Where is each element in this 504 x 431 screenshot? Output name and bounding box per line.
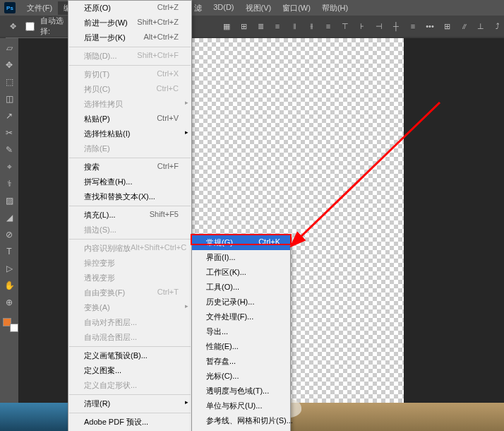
menu-item-label: 工作区(K)... <box>206 267 246 278</box>
menu-item[interactable]: 搜索Ctrl+F <box>68 160 191 175</box>
menu-separator <box>69 65 191 66</box>
menu-item[interactable]: 暂存盘... <box>192 354 290 369</box>
menubar-item[interactable]: 帮助(H) <box>316 1 354 15</box>
menu-item-label: 清理(R) <box>84 398 110 409</box>
tool-button[interactable]: ◫ <box>2 92 16 106</box>
menu-item-label: 填充(L)... <box>84 210 116 220</box>
menu-item-shortcut: Ctrl+X <box>157 69 179 80</box>
menu-item[interactable]: 还原(O)Ctrl+Z <box>68 1 191 16</box>
tool-button[interactable]: ✎ <box>2 143 16 157</box>
menu-item-shortcut: Ctrl+V <box>157 114 179 124</box>
menu-item[interactable]: 拼写检查(H)... <box>68 175 191 189</box>
menu-item: 透视变形 <box>68 271 191 285</box>
menu-item-label: 暂存盘... <box>206 356 236 367</box>
menu-item[interactable]: 定义图案... <box>68 363 191 378</box>
toolbar-icon[interactable]: ≡ <box>322 20 335 33</box>
tool-button[interactable]: ⬚ <box>2 75 16 89</box>
menu-item[interactable]: 前进一步(W)Shift+Ctrl+Z <box>68 16 191 30</box>
menu-item[interactable]: 选择性粘贴(I) <box>68 126 191 141</box>
menu-separator <box>69 158 191 158</box>
menu-item: 描边(S)... <box>68 223 191 237</box>
menu-item[interactable]: Adobe PDF 预设... <box>68 415 191 430</box>
menu-item[interactable]: 清理(R) <box>68 396 191 411</box>
tool-button[interactable]: ↗ <box>2 109 16 123</box>
toolbar-icon[interactable]: ┼ <box>390 20 402 33</box>
tool-button[interactable]: ⊘ <box>2 228 16 242</box>
toolbar-icon[interactable]: ≡ <box>271 20 284 33</box>
toolbar-icon[interactable]: ⊞ <box>440 20 453 33</box>
menu-item[interactable]: 历史记录(H)... <box>192 295 290 309</box>
toolbar-icon[interactable]: ⊦ <box>356 20 368 33</box>
menu-item[interactable]: 填充(L)...Shift+F5 <box>68 208 191 223</box>
tool-button[interactable]: ✋ <box>2 278 16 293</box>
tool-button[interactable]: ▨ <box>2 194 16 208</box>
menu-item-label: 变换(A) <box>84 302 110 313</box>
menu-item[interactable]: 增效工具(P)... <box>192 428 290 431</box>
menu-item-shortcut: Ctrl+F <box>157 162 179 172</box>
menu-item-label: 选择性粘贴(I) <box>84 129 130 139</box>
tool-button[interactable]: ✥ <box>2 58 16 72</box>
color-swatch[interactable] <box>3 318 16 328</box>
tool-button[interactable]: ⚕ <box>2 177 16 191</box>
menu-item: 变换(A) <box>68 300 191 315</box>
toolbar-icon[interactable]: ⊤ <box>339 20 352 33</box>
menu-separator <box>69 206 191 206</box>
toolbar-icon[interactable]: ••• <box>424 20 436 33</box>
menu-item[interactable]: 粘贴(P)Ctrl+V <box>68 112 191 126</box>
menubar-item[interactable]: 文件(F) <box>21 1 58 15</box>
menu-item[interactable]: 光标(C)... <box>192 369 290 384</box>
menu-item[interactable]: 常规(G)...Ctrl+K <box>192 235 290 250</box>
menu-item-label: 剪切(T) <box>84 69 109 80</box>
menu-item-label: 粘贴(P) <box>84 114 110 124</box>
tool-button[interactable]: ◢ <box>2 211 16 225</box>
menu-item[interactable]: 工具(O)... <box>192 280 290 295</box>
menu-item[interactable]: 界面(I)... <box>192 250 290 265</box>
background-color[interactable] <box>10 324 18 332</box>
menubar-item[interactable]: 3D(D) <box>208 1 239 15</box>
tool-button[interactable]: ✂ <box>2 126 16 140</box>
toolbar-icon[interactable]: ⊞ <box>237 20 250 33</box>
auto-select-checkbox[interactable] <box>25 22 35 31</box>
menu-item-label: 前进一步(W) <box>84 18 128 28</box>
tool-button[interactable]: ▷ <box>2 261 16 276</box>
menu-item: 自由变换(F)Ctrl+T <box>68 285 191 300</box>
menu-item-label: 透明度与色域(T)... <box>206 386 269 396</box>
menu-item[interactable]: 透明度与色域(T)... <box>192 384 290 398</box>
menu-item[interactable]: 性能(E)... <box>192 339 290 354</box>
menu-item[interactable]: 导出... <box>192 324 290 339</box>
toolbar-icon[interactable]: ≡ <box>407 20 419 33</box>
menubar-item[interactable]: 窗口(W) <box>277 1 316 15</box>
menu-separator <box>69 413 191 413</box>
toolbar-icon[interactable]: ⊥ <box>474 20 487 33</box>
photoshop-logo: Ps <box>4 2 16 13</box>
menu-item[interactable]: 单位与标尺(U)... <box>192 398 290 413</box>
menu-item[interactable]: 参考线、网格和切片(S)... <box>192 413 290 428</box>
menu-item[interactable]: 后退一步(K)Alt+Ctrl+Z <box>68 30 191 45</box>
menu-separator <box>69 47 191 47</box>
tool-button[interactable]: T <box>2 244 16 259</box>
menu-item-label: 查找和替换文本(X)... <box>84 191 155 202</box>
menu-item[interactable]: 工作区(K)... <box>192 265 290 280</box>
menu-item[interactable]: 查找和替换文本(X)... <box>68 189 191 204</box>
toolbar-icon[interactable]: ▦ <box>220 20 233 33</box>
menu-item-shortcut: Ctrl+T <box>157 288 179 298</box>
toolbar-icon[interactable]: ⫵ <box>305 20 318 33</box>
toolbar-icon[interactable]: ⊣ <box>373 20 385 33</box>
menu-item[interactable]: 定义画笔预设(B)... <box>68 348 191 363</box>
tool-button[interactable]: ⌖ <box>2 160 16 174</box>
menubar-item[interactable]: 视图(V) <box>240 1 277 15</box>
edit-menu-dropdown: 还原(O)Ctrl+Z前进一步(W)Shift+Ctrl+Z后退一步(K)Alt… <box>68 0 192 431</box>
toolbar-icon[interactable]: ⫴ <box>288 20 301 33</box>
menu-item-label: Adobe PDF 预设... <box>84 417 148 427</box>
menu-item-shortcut: Alt+Ctrl+Z <box>143 33 179 43</box>
tool-button[interactable]: ▱ <box>2 41 16 55</box>
toolbar-icon[interactable]: ⫽ <box>457 20 470 33</box>
menu-item-label: 历史记录(H)... <box>206 297 254 307</box>
toolbar-icon[interactable]: ⤴ <box>491 20 504 33</box>
menu-item[interactable]: 文件处理(F)... <box>192 309 290 324</box>
menu-item-label: 性能(E)... <box>206 341 239 352</box>
tool-button[interactable]: ⊕ <box>2 295 16 309</box>
menu-item-label: 常规(G)... <box>206 237 239 248</box>
toolbar-icon[interactable]: ≣ <box>254 20 267 33</box>
menu-item-label: 操控变形 <box>84 258 115 268</box>
